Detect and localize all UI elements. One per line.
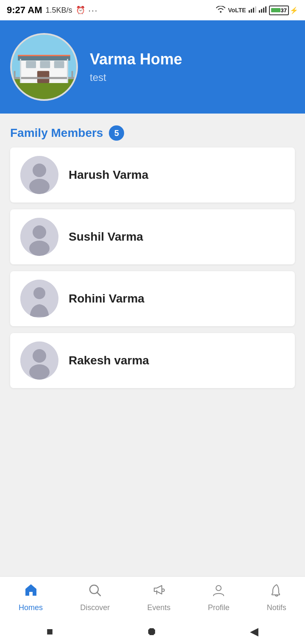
- signal-icon-2: [259, 6, 266, 15]
- discover-icon: [88, 583, 102, 601]
- svg-rect-12: [26, 61, 36, 68]
- member-name: Sushil Varma: [69, 230, 143, 244]
- status-time: 9:27 AM: [7, 5, 42, 16]
- member-card[interactable]: Rakesh varma: [10, 333, 295, 388]
- member-avatar: [20, 156, 58, 194]
- notifs-icon: [269, 583, 284, 601]
- nav-square-button[interactable]: ■: [47, 625, 53, 638]
- member-name: Rohini Varma: [69, 292, 144, 305]
- profile-avatar: [10, 33, 78, 101]
- svg-point-23: [33, 164, 46, 177]
- events-icon: [152, 583, 166, 601]
- svg-rect-0: [249, 10, 250, 13]
- nav-item-profile[interactable]: Profile: [201, 580, 236, 616]
- status-dots: ···: [89, 6, 98, 15]
- family-section-title: Family Members: [10, 126, 103, 140]
- svg-rect-20: [20, 59, 21, 83]
- signal-icon-1: [249, 6, 256, 15]
- svg-rect-13: [40, 61, 50, 68]
- volte-icon: VoLTE: [228, 7, 246, 14]
- bottom-nav: Homes Discover Events: [0, 576, 305, 619]
- profile-subtitle: test: [90, 72, 182, 83]
- svg-rect-7: [265, 6, 266, 13]
- svg-rect-1: [251, 9, 252, 13]
- member-avatar: [20, 218, 58, 256]
- member-avatar: [20, 280, 58, 318]
- profile-banner: Varma Home test: [0, 20, 305, 114]
- svg-rect-5: [261, 9, 262, 13]
- status-left: 9:27 AM 1.5KB/s ⏰ ···: [7, 5, 98, 16]
- svg-rect-14: [54, 61, 64, 68]
- svg-point-32: [29, 364, 50, 380]
- battery-indicator: 37 ⚡: [269, 6, 298, 15]
- svg-point-26: [33, 225, 46, 239]
- svg-rect-19: [18, 55, 70, 56]
- profile-name: Varma Home: [90, 50, 182, 68]
- svg-rect-16: [14, 77, 75, 79]
- nav-label-discover: Discover: [80, 603, 110, 612]
- profile-info: Varma Home test: [90, 50, 182, 83]
- member-card[interactable]: Harush Varma: [10, 147, 295, 203]
- profile-icon: [211, 583, 226, 601]
- svg-line-34: [97, 592, 100, 596]
- svg-rect-6: [263, 8, 264, 13]
- nav-label-notifs: Notifs: [267, 603, 286, 612]
- svg-rect-21: [67, 59, 68, 83]
- system-nav: ■ ⏺ ◀: [0, 619, 305, 644]
- member-avatar: [20, 341, 58, 380]
- family-count-badge: 5: [109, 125, 124, 141]
- nav-label-homes: Homes: [19, 603, 43, 612]
- member-card[interactable]: Sushil Varma: [10, 209, 295, 264]
- status-right: VoLTE 37 ⚡: [216, 6, 298, 15]
- svg-rect-11: [18, 56, 70, 60]
- family-section-header: Family Members 5: [0, 114, 305, 147]
- svg-rect-17: [14, 71, 16, 79]
- nav-item-discover[interactable]: Discover: [73, 580, 116, 616]
- alarm-icon: ⏰: [76, 6, 85, 15]
- homes-icon: [24, 583, 38, 601]
- svg-rect-3: [255, 6, 256, 13]
- nav-item-events[interactable]: Events: [140, 580, 177, 616]
- member-name: Harush Varma: [69, 168, 148, 182]
- svg-point-36: [216, 586, 221, 591]
- svg-point-35: [162, 589, 164, 591]
- svg-rect-2: [253, 8, 254, 13]
- nav-circle-button[interactable]: ⏺: [146, 625, 157, 638]
- nav-item-notifs[interactable]: Notifs: [260, 580, 293, 616]
- svg-rect-18: [72, 71, 73, 79]
- status-bar: 9:27 AM 1.5KB/s ⏰ ··· VoLTE: [0, 0, 305, 20]
- svg-point-27: [29, 241, 50, 256]
- nav-back-button[interactable]: ◀: [250, 625, 258, 638]
- members-list: Harush Varma Sushil Varma Rohini Varma: [0, 147, 305, 388]
- nav-label-profile: Profile: [208, 603, 230, 612]
- nav-label-events: Events: [147, 603, 170, 612]
- svg-point-29: [33, 287, 45, 299]
- svg-point-24: [29, 179, 50, 194]
- svg-rect-4: [259, 10, 260, 13]
- nav-item-homes[interactable]: Homes: [12, 580, 50, 616]
- svg-point-31: [33, 349, 46, 363]
- member-name: Rakesh varma: [69, 354, 149, 367]
- status-speed: 1.5KB/s: [46, 6, 72, 15]
- member-card[interactable]: Rohini Varma: [10, 271, 295, 326]
- wifi-icon: [216, 6, 225, 15]
